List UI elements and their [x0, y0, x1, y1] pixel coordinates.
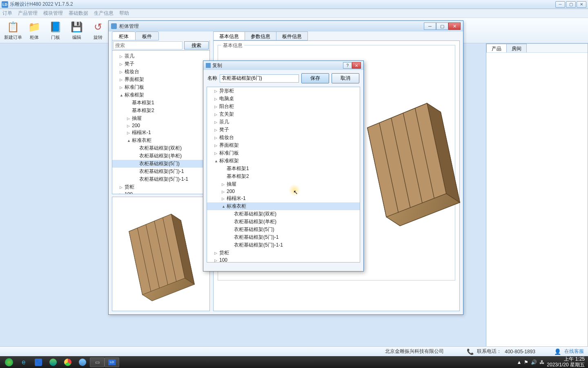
tree-item[interactable]: 基本框架2 [207, 173, 360, 180]
expand-icon[interactable]: ▷ [214, 151, 218, 155]
tab-product[interactable]: 产品 [486, 44, 507, 52]
expand-icon[interactable]: ▷ [214, 89, 218, 93]
tree-item[interactable]: ▷界面框架 [112, 76, 209, 83]
copy-dialog-titlebar[interactable]: 复制 ? ✕ [203, 61, 363, 70]
tab-room[interactable]: 房间 [506, 44, 527, 52]
tree-item[interactable]: 衣柜基础框架(单柜) [112, 152, 209, 160]
win1-close-button[interactable]: ✕ [448, 22, 461, 30]
expand-icon[interactable]: ▷ [120, 85, 124, 90]
tree-item[interactable]: ▲标准框架 [112, 91, 209, 99]
tree-item[interactable]: ▷标准门板 [207, 149, 360, 157]
tab-panel-info[interactable]: 板件信息 [276, 31, 308, 40]
tree-item[interactable]: ▷梳妆台 [207, 134, 360, 141]
tray-arrow-icon[interactable]: ▲ [517, 359, 521, 365]
menu-order[interactable]: 订单 [2, 10, 12, 17]
expand-icon[interactable]: ▷ [127, 131, 131, 135]
explorer-icon[interactable]: ▭ [90, 357, 105, 367]
tree-item[interactable]: 衣柜基础框架(5门) [207, 226, 360, 233]
menu-help[interactable]: 帮助 [119, 10, 129, 17]
cabinet-tree[interactable]: ▷茶几▷凳子▷梳妆台▷界面框架▷标准门板▲标准框架基本框架1基本框架2▷抽屉▷2… [112, 51, 210, 194]
copy-help-button[interactable]: ? [343, 62, 352, 69]
expand-icon[interactable]: ▷ [214, 258, 218, 263]
tree-item[interactable]: 衣柜基础框架(5门)-1-1 [207, 241, 360, 249]
toolbar-0[interactable]: 📋新建订单 [2, 19, 24, 42]
tray-network-icon[interactable]: 🖧 [539, 359, 544, 365]
tree-item[interactable]: 基本框架2 [112, 107, 209, 114]
tree-item[interactable]: ▷玄关架 [207, 110, 360, 118]
tray-flag-icon[interactable]: ⚑ [524, 359, 528, 365]
maximize-button[interactable]: ▢ [566, 1, 576, 8]
tab-cabinet[interactable]: 柜体 [112, 31, 136, 40]
tree-item[interactable]: 基本框架1 [112, 99, 209, 107]
expand-icon[interactable]: ▷ [214, 136, 218, 140]
tree-item[interactable]: ▷阳台柜 [207, 103, 360, 110]
tree-item[interactable]: ▲标准衣柜 [207, 202, 360, 210]
edge-icon[interactable] [46, 357, 60, 367]
cabinet-mgmt-titlebar[interactable]: 柜体管理 ─ ▢ ✕ [109, 21, 463, 31]
copy-close-button[interactable]: ✕ [352, 62, 361, 69]
win1-maximize-button[interactable]: ▢ [436, 22, 448, 30]
tree-item[interactable]: ▷100 [207, 257, 360, 263]
expand-icon[interactable]: ▷ [214, 112, 218, 117]
tray-volume-icon[interactable]: 🔊 [531, 359, 537, 365]
tree-item[interactable]: ▷货柜 [112, 183, 209, 191]
expand-icon[interactable]: ▷ [222, 197, 226, 201]
expand-icon[interactable]: ▷ [120, 54, 124, 58]
tree-item[interactable]: ▷榻榻米-1 [112, 129, 209, 137]
expand-icon[interactable]: ▲ [214, 159, 218, 163]
tree-item[interactable]: ▷抽屉 [112, 114, 209, 122]
tree-item[interactable]: 衣柜基础框架(5门) [112, 160, 209, 168]
tab-panel[interactable]: 板件 [135, 31, 159, 40]
tree-item[interactable]: 衣柜基础框架(5门)-1-1 [112, 175, 209, 183]
menu-basedata[interactable]: 基础数据 [69, 10, 88, 17]
tree-item[interactable]: ▷茶几 [207, 118, 360, 126]
expand-icon[interactable]: ▷ [120, 78, 124, 82]
menu-product[interactable]: 产品管理 [18, 10, 38, 17]
menu-production[interactable]: 生产信息 [94, 10, 114, 17]
toolbar-4[interactable]: ↺旋转 [87, 19, 109, 42]
save-button[interactable]: 保存 [301, 73, 329, 83]
tree-item[interactable]: 衣柜基础框架(5门)-1 [207, 233, 360, 241]
close-button[interactable]: ✕ [577, 1, 586, 8]
tree-item[interactable]: ▷凳子 [207, 126, 360, 134]
win1-minimize-button[interactable]: ─ [424, 22, 436, 30]
tree-item[interactable]: ▲标准衣柜 [112, 137, 209, 144]
tree-item[interactable]: ▷电脑桌 [207, 95, 360, 103]
expand-icon[interactable]: ▷ [127, 117, 131, 121]
app1-icon[interactable] [75, 357, 90, 367]
expand-icon[interactable]: ▷ [120, 70, 124, 74]
expand-icon[interactable]: ▷ [120, 185, 124, 189]
expand-icon[interactable]: ▷ [120, 193, 124, 194]
baidu-icon[interactable]: 🐾 [31, 357, 46, 367]
tree-item[interactable]: 衣柜基础框架(单柜) [207, 218, 360, 226]
tree-item[interactable]: ▷界面框架 [207, 141, 360, 149]
tree-item[interactable]: ▷茶几 [112, 52, 209, 60]
expand-icon[interactable]: ▷ [214, 144, 218, 148]
tab-basic-info[interactable]: 基本信息 [213, 31, 245, 40]
cancel-button[interactable]: 取消 [332, 73, 359, 83]
minimize-button[interactable]: ─ [555, 1, 565, 8]
tree-item[interactable]: ▷凳子 [112, 60, 209, 68]
expand-icon[interactable]: ▷ [214, 105, 218, 109]
expand-icon[interactable]: ▷ [120, 62, 124, 66]
online-cs[interactable]: 在线客服 [564, 348, 584, 355]
tree-item[interactable]: ▷异形柜 [207, 87, 360, 95]
expand-icon[interactable]: ▷ [222, 190, 226, 194]
tree-item[interactable]: ▲标准框架 [207, 157, 360, 165]
ie-icon[interactable]: e [16, 357, 31, 367]
tree-item[interactable]: 衣柜基础框架(双柜) [112, 144, 209, 152]
search-button[interactable]: 搜索 [184, 41, 209, 49]
expand-icon[interactable]: ▷ [127, 124, 131, 128]
tree-item[interactable]: ▷货柜 [207, 249, 360, 257]
expand-icon[interactable]: ▷ [214, 97, 218, 101]
tree-item[interactable]: ▷200 [207, 188, 360, 195]
tab-param-info[interactable]: 参数信息 [245, 31, 276, 40]
start-button[interactable] [2, 357, 16, 367]
expand-icon[interactable]: ▲ [120, 93, 124, 97]
copy-target-tree[interactable]: ▷异形柜▷电脑桌▷阳台柜▷玄关架▷茶几▷凳子▷梳妆台▷界面框架▷标准门板▲标准框… [207, 87, 360, 263]
tree-item[interactable]: ▷抽屉 [207, 180, 360, 188]
search-input[interactable] [113, 41, 183, 49]
expand-icon[interactable]: ▷ [214, 120, 218, 124]
tree-item[interactable]: 衣柜基础框架(5门)-1 [112, 168, 209, 175]
toolbar-1[interactable]: 📁柜体 [24, 19, 45, 42]
